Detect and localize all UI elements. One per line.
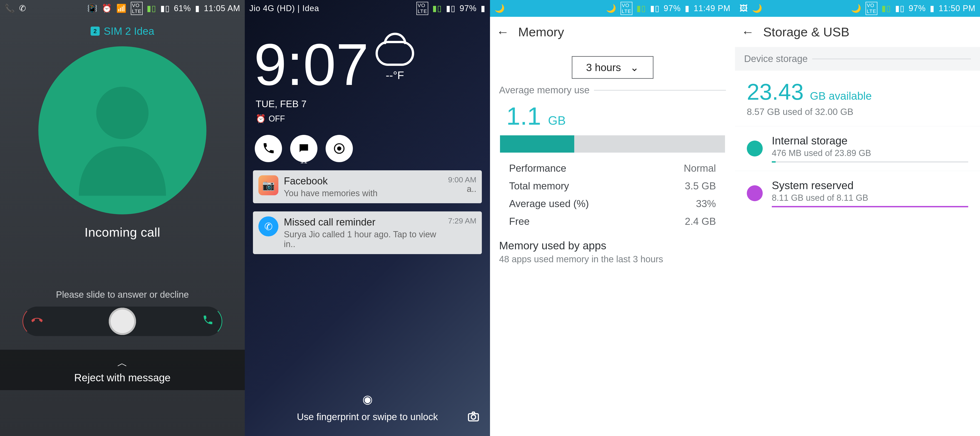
reject-with-message[interactable]: ︿ Reject with message [0,350,245,390]
back-button[interactable]: ← [496,24,509,39]
memory-stat-row: Average used (%)33% [490,195,735,213]
reject-label: Reject with message [74,372,170,383]
caller-name: Incoming call [0,225,245,240]
stat-value: 3.5 GB [685,180,716,192]
temperature: --°F [386,69,404,81]
battery-icon: ▮ [481,4,485,13]
camera-shortcut[interactable] [467,410,480,426]
dnd-icon: 🌙 [851,4,861,13]
notif-title: Facebook [284,175,442,187]
clock-text: 11:05 AM [204,4,240,13]
signal-sim1-icon: ▮▯ [432,4,442,13]
battery-icon: ▮ [930,4,935,13]
svg-point-0 [96,87,148,139]
stat-key: Total memory [509,180,569,192]
notif-time: 9:00 AM [448,175,476,184]
volte-icon: VOLTE [620,2,632,15]
sim-label: SIM 2 Idea [104,25,154,37]
decline-icon[interactable] [32,315,43,328]
stat-value: Normal [684,162,716,174]
unlock-hint: ◉ Use fingerprint or swipe to unlock [245,392,490,422]
app-bar: ← Memory [490,17,735,47]
caller-avatar [0,46,245,214]
shortcut-messages[interactable]: 11 [290,135,317,162]
dropdown-value: 3 hours [586,61,621,73]
volte-icon: VOLTE [865,2,877,15]
time-range-dropdown[interactable]: 3 hours ⌄ [572,56,654,79]
sim-badge: 2 [91,27,100,36]
signal-sim1-icon: ▮▯ [147,4,156,13]
avail-value: 23.43 [747,79,803,105]
storage-row-title: System reserved [772,179,968,192]
notif-trail: a.. [448,184,476,194]
memory-bar-fill [500,135,574,153]
avail-unit: GB available [810,90,872,102]
sim-indicator: 2 SIM 2 Idea [0,25,245,37]
storage-dot-icon [747,185,763,201]
status-bar: 🌙 🌙 VOLTE ▮▯ ▮▯ 97% ▮ 11:49 PM [490,0,735,17]
memory-stat-row: PerformanceNormal [490,159,735,177]
status-bar: 📞 ✆ 📳 ⏰ 📶 VOLTE ▮▯ ▮▯ 61% ▮ 11:05 AM [0,0,245,17]
storage-row-title: Internal storage [772,134,968,147]
dnd-icon: 🌙 [752,4,762,13]
storage-row[interactable]: System reserved8.11 GB used of 8.11 GB [735,171,980,215]
back-button[interactable]: ← [741,24,754,39]
volte-icon: VOLTE [417,2,428,15]
battery-icon: ▮ [195,4,200,13]
stat-key: Free [509,216,530,227]
battery-percent: 97% [909,4,926,13]
battery-percent: 97% [664,4,681,13]
storage-row[interactable]: Internal storage476 MB used of 23.89 GB [735,126,980,171]
app-bar: ← Storage & USB [735,17,980,47]
chrome-icon [333,142,345,155]
battery-icon: ▮ [685,4,690,13]
notification-missed-call[interactable]: ✆ Missed call reminder Surya Jio called … [253,212,482,254]
signal-sim2-icon: ▮▯ [895,4,905,13]
facebook-icon: 📷 [258,175,278,195]
memory-used-by-apps[interactable]: Memory used by apps 48 apps used memory … [490,230,735,264]
weather-widget[interactable]: --°F [375,41,414,81]
memory-bar [500,135,725,153]
truecaller-icon: ✆ [258,216,278,236]
storage-row-sub: 8.11 GB used of 8.11 GB [772,193,968,203]
alarm-icon: ⏰ [256,114,266,124]
camera-icon [467,410,480,423]
message-badge: 11 [300,158,307,165]
dnd-icon: 🌙 [606,4,616,13]
svg-point-4 [471,415,476,419]
answer-icon[interactable] [202,315,213,328]
memory-stat-row: Free2.4 GB [490,213,735,230]
section-avg-header: Average memory use [499,85,589,95]
lockscreen-date: TUE, FEB 7 [256,99,307,110]
storage-row-sub: 476 MB used of 23.89 GB [772,148,968,158]
screen-lockscreen: Jio 4G (HD) | Idea VOLTE ▮▯ ▮▯ 97% ▮ 9:0… [245,0,490,436]
page-title: Memory [518,24,564,39]
page-title: Storage & USB [763,24,850,39]
notification-facebook[interactable]: 📷 Facebook You have memories with 9:00 A… [253,170,482,203]
answer-slider[interactable] [22,307,222,336]
shortcut-chrome[interactable] [326,135,353,162]
signal-sim2-icon: ▮▯ [650,4,660,13]
screen-storage: 🖼🌙 🌙 VOLTE ▮▯ ▮▯ 97% ▮ 11:50 PM ← Storag… [735,0,980,436]
shortcut-phone[interactable] [255,135,282,162]
dnd-icon: 🌙 [495,4,505,13]
slider-knob[interactable] [109,308,136,335]
carrier-text: Jio 4G (HD) | Idea [249,4,319,13]
clock-text: 11:50 PM [939,4,975,13]
stat-key: Performance [509,162,566,174]
divider [812,59,971,59]
clock-text: 11:49 PM [694,4,730,13]
storage-summary[interactable]: 23.43 GB available 8.57 GB used of 32.00… [735,71,980,126]
image-icon: 🖼 [740,4,748,13]
alarm-icon: ⏰ [102,4,112,13]
notif-title: Missed call reminder [284,216,442,228]
unlock-text: Use fingerprint or swipe to unlock [297,412,438,422]
signal-sim1-icon: ▮▯ [881,4,891,13]
avail-sub: 8.57 GB used of 32.00 GB [747,107,968,117]
fingerprint-icon[interactable]: ◉ [245,392,490,406]
chevron-up-icon: ︿ [0,356,245,370]
lockscreen-clock: 9:07 [254,35,369,94]
wifi-icon: 📶 [116,4,127,13]
alarm-state: OFF [269,114,285,124]
storage-row-bar [772,161,968,162]
